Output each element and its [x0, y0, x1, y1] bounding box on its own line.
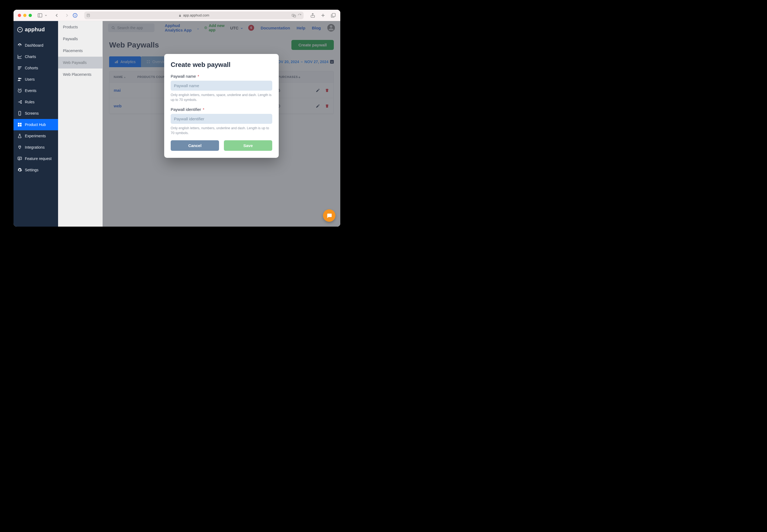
sidebar-item-label: Integrations: [25, 145, 45, 149]
flask-icon: [17, 134, 22, 138]
sidebar-primary: apphud DashboardChartsCohortsUsersEvents…: [13, 21, 58, 227]
subnav-item-products[interactable]: Products: [58, 21, 102, 33]
sidebar-item-cohorts[interactable]: Cohorts: [13, 62, 58, 74]
browser-window: app.apphud.com apphud DashboardChartsCoh…: [13, 10, 340, 227]
cancel-button[interactable]: Cancel: [171, 140, 219, 151]
svg-point-19: [18, 78, 20, 79]
subnav-item-placements[interactable]: Placements: [58, 45, 102, 57]
create-paywall-modal: Create web paywall Paywall name * Only e…: [164, 54, 279, 158]
maximize-window-icon[interactable]: [29, 14, 32, 17]
logo-mark-icon: [17, 27, 23, 32]
sidebar-item-feature-request[interactable]: Feature request: [13, 153, 58, 164]
svg-point-23: [21, 103, 22, 103]
sidebar-item-integrations[interactable]: Integrations: [13, 142, 58, 153]
traffic-lights: [18, 14, 32, 17]
sidebar-item-label: Charts: [25, 54, 36, 59]
new-tab-icon[interactable]: [320, 13, 326, 18]
sidebar-item-label: Cohorts: [25, 66, 38, 70]
sidebar-secondary: ProductsPaywallsPlacementsWeb PaywallsWe…: [58, 21, 103, 227]
paywall-identifier-label: Paywall identifier *: [171, 107, 272, 112]
svg-rect-29: [20, 125, 22, 127]
sidebar-item-rules[interactable]: Rules: [13, 96, 58, 108]
modal-overlay[interactable]: Create web paywall Paywall name * Only e…: [103, 21, 340, 227]
sidebar-item-dashboard[interactable]: Dashboard: [13, 40, 58, 51]
share-icon[interactable]: [310, 13, 316, 18]
paywall-name-hint: Only english letters, numbers, space, un…: [171, 93, 272, 102]
save-button[interactable]: Save: [224, 140, 272, 151]
subnav-item-web-paywalls[interactable]: Web Paywalls: [58, 57, 102, 69]
forward-icon[interactable]: [64, 13, 70, 18]
browser-toolbar: app.apphud.com: [13, 10, 340, 21]
chat-icon: [326, 213, 332, 219]
chart-line-icon: [17, 54, 22, 59]
sidebar-item-label: Screens: [25, 111, 39, 115]
gauge-icon: [17, 43, 22, 48]
sidebar-item-settings[interactable]: Settings: [13, 164, 58, 176]
sidebar-item-label: Users: [25, 77, 35, 81]
paywall-name-input[interactable]: [171, 81, 272, 91]
back-icon[interactable]: [54, 13, 59, 18]
svg-rect-30: [18, 157, 22, 160]
sidebar-toggle-icon[interactable]: [37, 13, 43, 18]
paywall-name-label: Paywall name *: [171, 74, 272, 79]
svg-rect-27: [20, 123, 22, 124]
modal-title: Create web paywall: [171, 61, 272, 69]
privacy-report-icon[interactable]: [72, 13, 78, 18]
branch-icon: [17, 100, 22, 104]
sidebar-item-label: Settings: [25, 168, 39, 172]
address-bar[interactable]: app.apphud.com: [84, 12, 304, 19]
plug-icon: [17, 145, 22, 150]
gear-icon: [17, 168, 22, 172]
translate-icon[interactable]: [292, 13, 296, 17]
paywall-identifier-input[interactable]: [171, 114, 272, 124]
comment-icon: [17, 156, 22, 161]
subnav-item-paywalls[interactable]: Paywalls: [58, 33, 102, 45]
boxes-icon: [17, 122, 22, 127]
svg-rect-8: [179, 15, 181, 17]
lock-icon: [178, 14, 181, 17]
sidebar-item-label: Dashboard: [25, 43, 43, 47]
svg-point-20: [20, 78, 22, 79]
sidebar-item-label: Product Hub: [25, 122, 46, 127]
chevron-down-icon[interactable]: [44, 13, 47, 18]
tabs-icon[interactable]: [331, 13, 336, 18]
app-root: apphud DashboardChartsCohortsUsersEvents…: [13, 21, 340, 227]
sidebar-item-events[interactable]: Events: [13, 85, 58, 96]
paywall-identifier-hint: Only english letters, numbers, underline…: [171, 126, 272, 135]
sidebar-item-screens[interactable]: Screens: [13, 108, 58, 119]
bars-icon: [17, 66, 22, 70]
subnav-item-web-placements[interactable]: Web Placements: [58, 69, 102, 80]
brand-logo[interactable]: apphud: [13, 21, 58, 40]
sidebar-item-experiments[interactable]: Experiments: [13, 130, 58, 142]
sidebar-item-label: Feature request: [25, 156, 52, 161]
svg-rect-3: [75, 15, 75, 16]
sidebar-item-product-hub[interactable]: Product Hub: [13, 119, 58, 130]
users-icon: [17, 77, 22, 82]
sidebar-item-users[interactable]: Users: [13, 74, 58, 85]
svg-point-22: [21, 101, 22, 101]
sidebar-item-label: Rules: [25, 100, 35, 104]
support-chat-button[interactable]: [323, 209, 335, 222]
sidebar-item-charts[interactable]: Charts: [13, 51, 58, 62]
brand-name: apphud: [25, 26, 45, 33]
close-window-icon[interactable]: [18, 14, 21, 17]
svg-rect-14: [332, 13, 335, 16]
svg-rect-0: [38, 13, 42, 17]
sidebar-item-label: Experiments: [25, 134, 46, 138]
reload-icon[interactable]: [298, 13, 301, 17]
svg-rect-4: [75, 14, 75, 15]
svg-rect-28: [18, 125, 19, 127]
phone-icon: [17, 111, 22, 116]
sidebar-item-label: Events: [25, 88, 36, 93]
clock-icon: [17, 88, 22, 93]
url-text: app.apphud.com: [183, 13, 209, 17]
reader-icon[interactable]: [86, 13, 90, 17]
svg-rect-26: [18, 123, 19, 124]
svg-point-15: [19, 45, 20, 46]
minimize-window-icon[interactable]: [23, 14, 26, 17]
